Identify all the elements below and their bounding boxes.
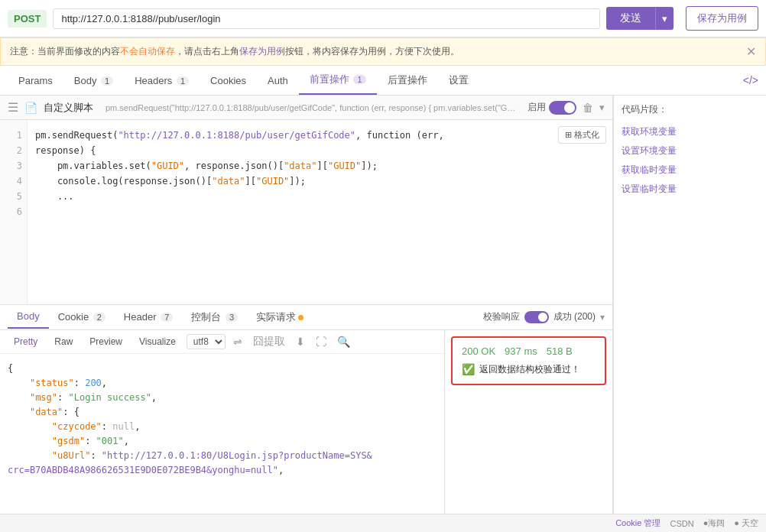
script-header: ☰ 📄 自定义脚本 pm.sendRequest("http://127.0.0… [0,96,612,120]
rtab-raw[interactable]: Raw [48,333,79,350]
notice-save-link[interactable]: 保存为用例 [239,45,285,58]
rc-line-2: "status": 200, [8,376,437,391]
rtab-pretty[interactable]: Pretty [8,333,44,350]
response-right-panel: 200 OK 937 ms 518 B ✅ 返回数据结构校验通过！ [444,330,612,514]
trash-icon[interactable]: 🗑 [583,102,593,114]
extract-icon[interactable]: 囧提取 [250,333,288,350]
tab-settings[interactable]: 设置 [438,66,479,94]
rc-line-1: { [8,362,437,376]
btab-cookie[interactable]: Cookie 2 [49,306,115,328]
download-icon[interactable]: ⬇ [293,334,308,349]
tab-pre-operation[interactable]: 前置操作 1 [299,66,377,95]
site-haikuo: ●海阔 [703,517,725,529]
validate-result: ✅ 返回数据结构校验通过！ [462,363,596,376]
cookie-manager-label[interactable]: Cookie 管理 [615,517,661,529]
bottom-tabs: Body Cookie 2 Header 7 控制台 3 实际请求 校验响应 成… [0,304,612,330]
main-tabs: Params Body 1 Headers 1 Cookies Auth 前置操… [0,66,766,96]
code-line-1: pm.sendRequest("http://127.0.0.1:8188/pu… [35,128,605,143]
snippet-get-env[interactable]: 获取环境变量 [622,122,758,141]
search-response-icon[interactable]: 🔍 [334,334,353,349]
validate-row: 校验响应 成功 (200) ▾ [483,310,605,323]
code-icon[interactable]: </> [743,74,758,86]
send-dropdown-button[interactable]: ▾ [655,7,673,30]
tab-auth[interactable]: Auth [257,68,299,93]
notice-close-button[interactable]: ✕ [746,44,756,59]
btab-console[interactable]: 控制台 3 [182,305,247,329]
validate-chevron-icon[interactable]: ▾ [600,312,605,323]
code-area: ⊞ 格式化 1 2 3 4 5 6 pm.sendRequest("http:/… [0,120,612,304]
line-numbers: 1 2 3 4 5 6 [0,120,28,304]
code-line-5: console.log(response.json()["data"]["GUI… [35,174,605,189]
validate-toggle[interactable] [524,311,549,323]
tab-params[interactable]: Params [8,68,63,93]
notice-text5: 按钮，将内容保存为用例，方便下次使用。 [285,45,459,58]
status-time: 937 ms [505,345,537,357]
code-line-6: ... [35,189,605,204]
response-status-box: 200 OK 937 ms 518 B ✅ 返回数据结构校验通过！ [451,336,606,385]
right-controls: 校验响应 成功 (200) ▾ [483,310,605,323]
url-input[interactable] [53,8,600,29]
wrap-icon[interactable]: ⇌ [230,334,245,349]
notice-bar: 注意：当前界面修改的内容 不会自动保存 ，请点击右上角 保存为用例 按钮，将内容… [0,37,766,66]
method-badge: POST [8,10,47,28]
snippet-title: 代码片段： [622,103,758,116]
rc-line-5: "czycode": null, [8,420,437,434]
code-editor[interactable]: pm.sendRequest("http://127.0.0.1:8188/pu… [28,120,612,304]
rc-line-7: "u8Url": "http://127.0.0.1:80/U8Login.js… [8,449,437,463]
send-button[interactable]: 发送 [606,7,655,30]
tab-post-operation[interactable]: 后置操作 [377,66,438,94]
site-csdn: CSDN [670,519,693,528]
success-badge: 成功 (200) [553,310,596,323]
notice-text3: ，请点击右上角 [175,45,239,58]
code-line-2: response) { [35,143,605,158]
rtab-preview[interactable]: Preview [83,333,128,350]
rc-line-6: "gsdm": "001", [8,434,437,449]
btab-header[interactable]: Header 7 [115,306,182,328]
chevron-down-icon[interactable]: ▾ [599,102,605,113]
status-size: 518 B [547,345,573,357]
btab-body[interactable]: Body [8,305,49,329]
fullscreen-icon[interactable]: ⛶ [313,334,329,349]
response-left: Pretty Raw Preview Visualize utf8 ⇌ 囧提取 … [0,330,444,514]
response-toolbar: Pretty Raw Preview Visualize utf8 ⇌ 囧提取 … [0,330,444,354]
code-snippets-panel: 代码片段： 获取环境变量 设置环境变量 获取临时变量 设置临时变量 [613,96,766,514]
save-button[interactable]: 保存为用例 [686,6,758,31]
code-line-4: pm.variables.set("GUID", response.json()… [35,158,605,174]
script-title: 自定义脚本 [44,101,93,115]
enable-toggle-group: 启用 [527,101,576,115]
response-area: Pretty Raw Preview Visualize utf8 ⇌ 囧提取 … [0,330,612,514]
tab-headers[interactable]: Headers 1 [124,68,200,93]
validate-label: 校验响应 [483,310,520,323]
rc-line-3: "msg": "Login success", [8,391,437,405]
btab-actual-request[interactable]: 实际请求 [247,305,313,329]
validate-result-text: 返回数据结构校验通过！ [479,363,580,376]
rc-line-8: crc=B70ABDB48A986626531E9D0E072BE9B4&yon… [8,463,437,478]
encoding-select[interactable]: utf8 [187,334,226,349]
script-file-icon: 📄 [24,102,37,114]
enable-label: 启用 [527,101,546,114]
script-preview: pm.sendRequest("http://127.0.0.1:8188/pu… [105,103,521,112]
notice-highlight1: 不会自动保存 [120,45,175,58]
tab-cookies[interactable]: Cookies [200,68,257,93]
site-tiankong: ● 天空 [734,517,758,529]
hamburger-icon[interactable]: ☰ [8,100,18,115]
status-bar: Cookie 管理 CSDN ●海阔 ● 天空 [0,514,766,532]
response-body: { "status": 200, "msg": "Login success",… [0,354,444,514]
snippet-set-temp[interactable]: 设置临时变量 [622,180,758,199]
send-btn-group: 发送 ▾ [606,7,673,30]
enable-toggle-switch[interactable] [549,101,576,115]
tab-body-badge: 1 [101,76,113,86]
tab-body[interactable]: Body 1 [63,68,124,93]
snippet-get-temp[interactable]: 获取临时变量 [622,161,758,180]
main-area: ☰ 📄 自定义脚本 pm.sendRequest("http://127.0.0… [0,96,766,514]
status-ok: 200 OK [462,345,495,357]
left-panel: ☰ 📄 自定义脚本 pm.sendRequest("http://127.0.0… [0,96,613,514]
rc-line-4: "data": { [8,405,437,420]
snippet-set-env[interactable]: 设置环境变量 [622,141,758,161]
format-button[interactable]: ⊞ 格式化 [558,126,606,144]
rtab-visualize[interactable]: Visualize [133,333,182,350]
orange-dot-indicator [298,315,303,320]
status-line: 200 OK 937 ms 518 B [462,345,596,357]
top-bar: POST 发送 ▾ 保存为用例 [0,0,766,37]
notice-text1: 注意：当前界面修改的内容 [10,45,120,58]
